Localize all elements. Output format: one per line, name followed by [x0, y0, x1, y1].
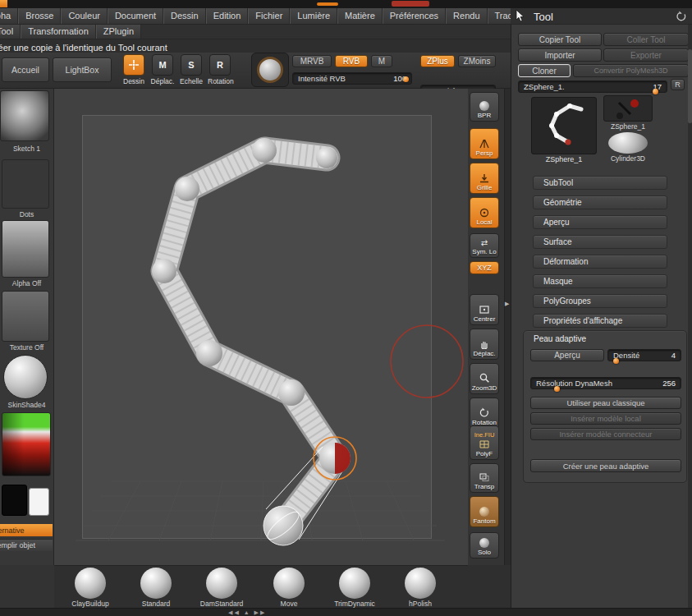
recent-tool-thumbnail[interactable] — [603, 95, 653, 122]
section-subtool[interactable]: SubTool — [533, 176, 667, 190]
shelf-button-polyf[interactable]: Ine.FIU PolyF — [470, 425, 499, 460]
refresh-icon[interactable] — [676, 11, 687, 22]
top-red-button-fragment[interactable] — [392, 1, 429, 7]
section-geometrie[interactable]: Géométrie — [533, 195, 667, 209]
rvb-button[interactable]: RVB — [335, 55, 368, 67]
shelf-button-transp[interactable]: Transp — [470, 463, 499, 493]
mrvb-button[interactable]: MRVB — [292, 55, 332, 67]
brush-move[interactable] — [273, 568, 305, 599]
divider-arrow-icon[interactable]: ▶ — [505, 301, 509, 307]
importer-button[interactable]: Importer — [518, 48, 602, 62]
slider-handle[interactable] — [403, 76, 409, 82]
secondary-color-swatch[interactable] — [29, 488, 49, 516]
alpha-thumbnail[interactable] — [2, 220, 49, 278]
panel-scrollbar[interactable] — [688, 25, 692, 616]
density-slider[interactable]: Densité 4 — [607, 349, 681, 361]
r-button[interactable]: R — [671, 79, 685, 90]
convertir-polymesh3d-button[interactable]: Convertir PolyMesh3D — [573, 64, 689, 77]
switch-color-button[interactable]: alternative — [0, 524, 53, 536]
shelf-button-xyz[interactable]: XYZ — [470, 261, 499, 274]
menu-brosse[interactable]: Brosse — [18, 8, 61, 24]
adaptive-preview-button[interactable]: Aperçu — [530, 349, 604, 361]
menu-preferences[interactable]: Préférences — [383, 8, 446, 24]
copier-tool-button[interactable]: Copier Tool — [518, 33, 602, 46]
canvas-svg[interactable] — [54, 89, 468, 565]
main-color-swatch[interactable] — [2, 485, 27, 516]
brush-claybuildup[interactable] — [75, 568, 106, 599]
slider-handle[interactable] — [613, 358, 619, 364]
menu-edition[interactable]: Edition — [206, 8, 249, 24]
menu-document[interactable]: Document — [108, 8, 163, 24]
coller-tool-button[interactable]: Coller Tool — [603, 33, 689, 46]
active-tool-thumbnail[interactable] — [531, 97, 597, 154]
adaptive-skin-title[interactable]: Peau adaptive — [534, 334, 586, 343]
shelf-button-grille[interactable]: Grille — [470, 163, 499, 194]
section-polygroupes[interactable]: PolyGroupes — [533, 294, 667, 308]
shelf-button-deplac-view[interactable]: Déplac. — [470, 329, 499, 360]
menu-matiere[interactable]: Matière — [337, 8, 383, 24]
m-button[interactable]: M — [371, 55, 392, 67]
mode-echelle[interactable]: S Echelle — [179, 54, 204, 85]
top-slider-fragment[interactable] — [317, 2, 338, 6]
section-masque[interactable]: Masque — [533, 274, 667, 288]
menu-dessin[interactable]: Dessin — [163, 8, 206, 24]
menu-transformation[interactable]: Transformation — [21, 25, 96, 39]
texture-thumbnail[interactable] — [2, 291, 49, 342]
material-thumbnail[interactable] — [251, 53, 289, 87]
section-apercu[interactable]: Aperçu — [533, 215, 667, 229]
active-zsphere[interactable] — [314, 437, 356, 480]
shelf-button-sym-lo[interactable]: ⇄ Sym. Lo — [470, 233, 499, 258]
zmoins-button[interactable]: ZMoins — [458, 55, 496, 67]
fill-object-button[interactable]: Remplir objet — [0, 539, 53, 551]
shelf-button-fantom[interactable]: Fantom — [470, 496, 499, 527]
shelf-button-bpr[interactable]: BPR — [470, 92, 499, 122]
cylinder3d-thumbnail[interactable] — [608, 132, 648, 154]
section-surface[interactable]: Surface — [533, 235, 667, 249]
brush-standard[interactable] — [140, 568, 172, 599]
shelf-button-centrer[interactable]: Centrer — [470, 294, 499, 325]
shelf-button-local[interactable]: Local — [470, 197, 499, 228]
shelf-button-zoom3d[interactable]: Zoom3D — [470, 363, 499, 394]
shelf-button-solo[interactable]: Solo — [470, 532, 499, 559]
insert-local-mesh-button[interactable]: Insérer modèle local — [530, 412, 681, 425]
menu-trace[interactable]: Tracé — [488, 8, 511, 24]
color-picker[interactable] — [2, 412, 51, 476]
menu-tool[interactable]: Tool — [0, 25, 21, 39]
slider-handle[interactable] — [653, 89, 658, 94]
viewport-canvas[interactable] — [54, 89, 468, 565]
lightbox-button[interactable]: LightBox — [53, 57, 112, 82]
slider-handle[interactable] — [554, 386, 560, 392]
brush-damstandard[interactable] — [206, 568, 237, 599]
dynamesh-resolution-slider[interactable]: Résolution DynaMesh 256 — [530, 377, 681, 389]
brush-trimdynamic[interactable] — [339, 568, 370, 599]
menu-fichier[interactable]: Fichier — [248, 8, 290, 24]
stroke-thumbnail[interactable] — [2, 159, 49, 209]
mode-deplac[interactable]: M Déplac. — [150, 54, 175, 85]
tool-inventory-slider[interactable]: ZSphere_1. 17 — [518, 80, 667, 93]
menu-couleur[interactable]: Couleur — [61, 8, 108, 24]
menu-rendu[interactable]: Rendu — [446, 8, 487, 24]
zplus-button[interactable]: ZPlus — [420, 55, 455, 67]
brush-thumbnail[interactable] — [0, 90, 49, 141]
panel-divider[interactable]: ▶ — [504, 89, 511, 565]
brush-hpolish[interactable] — [405, 568, 436, 599]
section-deformation[interactable]: Déformation — [533, 255, 667, 269]
mode-dessin[interactable]: Dessin — [121, 54, 146, 85]
menu-zplugin[interactable]: ZPlugin — [96, 25, 141, 39]
material-shelf-thumbnail[interactable] — [3, 355, 48, 399]
cloner-button[interactable]: Cloner — [518, 64, 571, 77]
scroll-arrows-icon[interactable]: ◀◀ ▲ ▶▶ — [228, 609, 266, 616]
top-left-slider-fragment[interactable] — [0, 0, 7, 7]
shelf-button-rotation-view[interactable]: Rotation — [470, 398, 499, 429]
menu-lumiere[interactable]: Lumière — [290, 8, 337, 24]
exporter-button[interactable]: Exporter — [603, 48, 689, 62]
rgb-intensity-slider[interactable]: Intensité RVB 100 — [292, 72, 412, 85]
make-adaptive-skin-button[interactable]: Créer une peau adaptive — [530, 459, 681, 472]
classic-skinning-button[interactable]: Utiliser peau classique — [530, 397, 681, 409]
insert-connector-mesh-button[interactable]: Insérer modèle connecteur — [530, 428, 681, 440]
mode-rotation[interactable]: R Rotation — [208, 54, 232, 85]
menu-alpha[interactable]: Alpha — [0, 8, 18, 24]
shelf-button-persp[interactable]: Persp — [470, 128, 499, 159]
accueil-button[interactable]: Accueil — [2, 57, 49, 82]
zsphere-model[interactable] — [152, 138, 356, 545]
